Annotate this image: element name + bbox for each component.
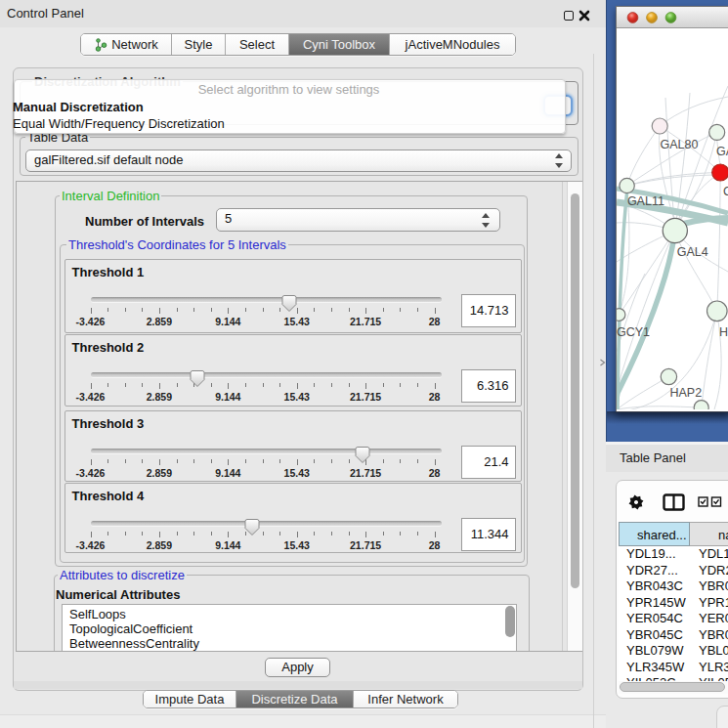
svg-text:HIS: HIS <box>719 325 728 339</box>
svg-text:GCY1: GCY1 <box>617 325 650 339</box>
svg-text:CC: CC <box>723 185 728 198</box>
svg-text:HAP2: HAP2 <box>670 386 703 400</box>
svg-text:GAL8: GAL8 <box>716 145 728 158</box>
svg-text:GAL11: GAL11 <box>627 194 664 208</box>
svg-text:GAL80: GAL80 <box>661 138 699 151</box>
svg-text:GAL4: GAL4 <box>677 245 708 259</box>
